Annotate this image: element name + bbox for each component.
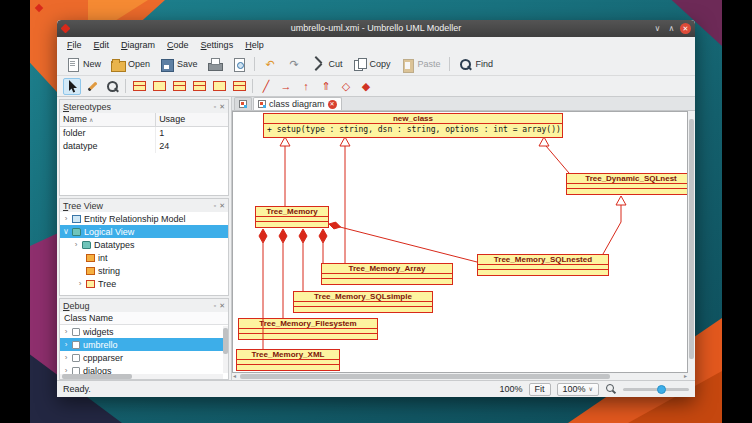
diagram-icon	[239, 100, 247, 108]
class-shape-icon	[133, 81, 146, 91]
dock-close-icon[interactable]: ✕	[219, 103, 225, 111]
zoom-slider[interactable]	[623, 388, 689, 391]
open-button[interactable]: Open	[107, 56, 153, 73]
datatype-icon	[86, 267, 95, 275]
uni-association-tool-button[interactable]: ↑	[297, 78, 315, 95]
debug-item-cppparser[interactable]: › cppparser	[60, 351, 228, 364]
undo-button[interactable]: ↶	[260, 56, 281, 73]
debug-vertical-scrollbar[interactable]	[223, 326, 228, 373]
expander-icon[interactable]: ›	[63, 327, 69, 336]
minimize-button[interactable]: ∨	[652, 23, 663, 34]
object-tool-button[interactable]	[230, 78, 248, 95]
select-tool-button[interactable]	[63, 78, 81, 95]
composition-treememory-array	[319, 229, 327, 263]
debug-item-widgets[interactable]: › widgets	[60, 325, 228, 338]
menu-code[interactable]: Code	[162, 40, 194, 50]
scroll-left-icon[interactable]: ◂	[233, 373, 236, 380]
expander-icon[interactable]: ›	[63, 340, 69, 349]
tree-item-datatypes[interactable]: › Datatypes	[60, 238, 228, 251]
checkbox[interactable]	[72, 341, 80, 349]
debug-item-umbrello[interactable]: › umbrello	[60, 338, 228, 351]
expander-icon[interactable]: ›	[77, 279, 83, 288]
print-preview-button[interactable]	[228, 56, 249, 73]
zoom-slider-handle[interactable]	[657, 385, 666, 394]
scrollbar-thumb[interactable]	[240, 374, 610, 379]
enum-shape-icon	[193, 81, 206, 91]
expander-icon[interactable]: ›	[63, 214, 69, 223]
diagram-viewport[interactable]: new_class + setup(type : string, dsn : s…	[232, 111, 688, 373]
pencil-tool-button[interactable]	[83, 78, 101, 95]
menu-edit[interactable]: Edit	[89, 40, 115, 50]
tree-view-dock-titlebar[interactable]: Tree View ▫✕	[60, 199, 228, 212]
tree-item-string[interactable]: string	[60, 264, 228, 277]
scrollbar-thumb[interactable]	[62, 374, 132, 379]
new-button[interactable]: New	[62, 56, 104, 73]
tab-class-diagram[interactable]: class diagram ✕	[253, 97, 342, 110]
clipboard-icon	[400, 57, 415, 72]
scrollbar-thumb[interactable]	[689, 119, 694, 359]
diagrams-tab[interactable]	[234, 97, 252, 110]
menu-settings[interactable]: Settings	[196, 40, 239, 50]
datatype-tool-button[interactable]	[170, 78, 188, 95]
save-disk-icon	[159, 57, 174, 72]
tree-item-logical-view[interactable]: ∨ Logical View	[60, 225, 228, 238]
titlebar[interactable]: umbrello-uml.xmi - Umbrello UML Modeller…	[57, 20, 695, 37]
debug-dock: Debug ▫✕ Class Name › widgets › umbrello	[59, 298, 229, 380]
expander-icon[interactable]: ›	[63, 353, 69, 362]
fit-button[interactable]: Fit	[529, 383, 551, 396]
dock-close-icon[interactable]: ✕	[219, 302, 225, 310]
find-button[interactable]: Find	[455, 56, 497, 73]
copy-button[interactable]: Copy	[349, 56, 394, 73]
stereotypes-dock-titlebar[interactable]: Stereotypes ▫✕	[60, 100, 228, 113]
checkbox[interactable]	[72, 328, 80, 336]
composition-treememory-filesystem	[279, 229, 287, 318]
generalization-tool-button[interactable]: ⇑	[317, 78, 335, 95]
dock-close-icon[interactable]: ✕	[219, 202, 225, 210]
save-button[interactable]: Save	[156, 56, 201, 73]
redo-button[interactable]: ↷	[284, 56, 305, 73]
menu-file[interactable]: File	[62, 40, 87, 50]
debug-horizontal-scrollbar[interactable]	[60, 374, 223, 379]
enum-tool-button[interactable]	[190, 78, 208, 95]
class-tool-button[interactable]	[130, 78, 148, 95]
toolbar-separator	[449, 57, 450, 71]
tree-item-tree[interactable]: › Tree	[60, 277, 228, 290]
scroll-right-icon[interactable]: ▸	[684, 373, 687, 380]
canvas-vertical-scrollbar[interactable]	[688, 111, 695, 373]
cut-button[interactable]: Cut	[308, 56, 346, 73]
zoom-select[interactable]: 100% ∨	[557, 383, 599, 396]
table-row[interactable]: folder 1	[60, 127, 228, 140]
aggregation-tool-button[interactable]: ◇	[337, 78, 355, 95]
generalization-dynsql-to-newclass	[539, 137, 569, 173]
package-tool-button[interactable]	[210, 78, 228, 95]
column-header-usage[interactable]: Usage	[156, 113, 228, 126]
new-document-icon	[65, 57, 80, 72]
tab-close-icon[interactable]: ✕	[328, 100, 337, 109]
tree-item-int[interactable]: int	[60, 251, 228, 264]
print-button[interactable]	[204, 56, 225, 73]
menu-help[interactable]: Help	[240, 40, 269, 50]
dock-float-icon[interactable]: ▫	[214, 302, 216, 310]
canvas-horizontal-scrollbar[interactable]: ◂ ▸	[232, 373, 688, 380]
close-button[interactable]: ✕	[680, 23, 691, 34]
dock-float-icon[interactable]: ▫	[214, 202, 216, 210]
column-header-class-name[interactable]: Class Name	[60, 312, 228, 325]
table-row[interactable]: datatype 24	[60, 140, 228, 153]
checkbox[interactable]	[72, 354, 80, 362]
directed-association-tool-button[interactable]: →	[277, 78, 295, 95]
scrollbar-thumb[interactable]	[223, 328, 228, 354]
menu-diagram[interactable]: Diagram	[116, 40, 160, 50]
maximize-button[interactable]: ∧	[666, 23, 677, 34]
debug-dock-titlebar[interactable]: Debug ▫✕	[60, 299, 228, 312]
expander-icon[interactable]: ∨	[63, 227, 69, 236]
paste-button[interactable]: Paste	[397, 56, 444, 73]
dock-float-icon[interactable]: ▫	[214, 103, 216, 111]
zoom-tool-button[interactable]	[103, 78, 121, 95]
column-header-name[interactable]: Name∧	[60, 113, 156, 126]
generalization-treememory-to-newclass	[280, 137, 290, 206]
composition-tool-button[interactable]: ◆	[357, 78, 375, 95]
interface-tool-button[interactable]	[150, 78, 168, 95]
association-tool-button[interactable]: ╱	[257, 78, 275, 95]
tree-item-entity-relationship-model[interactable]: › Entity Relationship Model	[60, 212, 228, 225]
expander-icon[interactable]: ›	[73, 240, 79, 249]
